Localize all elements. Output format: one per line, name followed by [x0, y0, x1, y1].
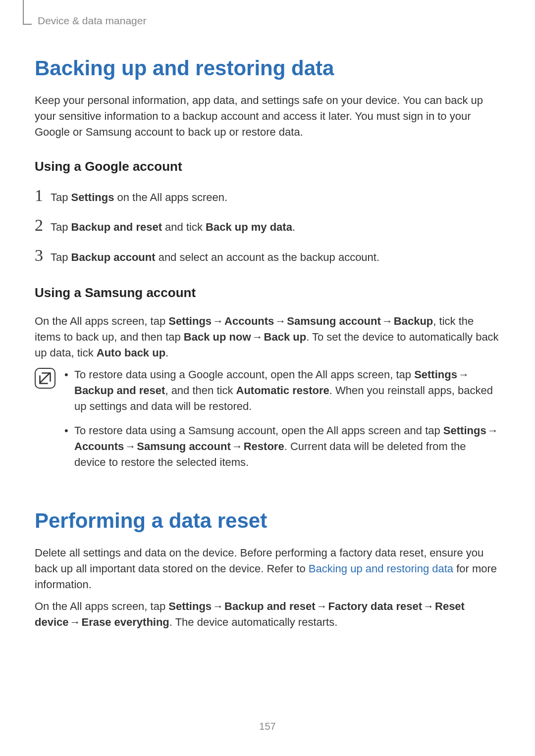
link-backup-restore[interactable]: Backing up and restoring data — [309, 562, 453, 575]
note-block: To restore data using a Google account, … — [35, 367, 500, 479]
text-fragment: On the All apps screen, tap — [35, 315, 168, 327]
note-icon-wrap — [35, 367, 63, 479]
arrow-icon: → — [252, 329, 263, 345]
page-number: 157 — [0, 721, 535, 732]
bold-text: Backup and reset — [74, 384, 165, 397]
bold-text: Settings — [168, 315, 212, 327]
section-title-reset: Performing a data reset — [35, 509, 500, 533]
step-1: 1 Tap Settings on the All apps screen. — [35, 187, 500, 205]
bold-text: Back up my data — [206, 221, 292, 233]
text-fragment: and tick — [162, 221, 206, 233]
bold-text: Backup and reset — [224, 600, 315, 612]
text-fragment: . — [165, 347, 168, 359]
google-steps-list: 1 Tap Settings on the All apps screen. 2… — [35, 187, 500, 265]
text-fragment: Tap — [51, 191, 71, 203]
bold-text: Settings — [168, 600, 212, 612]
arrow-icon: → — [125, 439, 136, 454]
note-icon — [35, 368, 55, 389]
bold-text: Erase everything — [82, 616, 169, 628]
step-number: 2 — [35, 217, 51, 234]
bold-text: Samsung account — [287, 315, 380, 327]
text-fragment: Tap — [51, 221, 71, 233]
arrow-icon: → — [275, 313, 286, 329]
arrow-icon: → — [382, 313, 393, 329]
subsection-title-google: Using a Google account — [35, 159, 500, 174]
bold-text: Backup — [394, 315, 433, 327]
bold-text: Backup and reset — [71, 221, 162, 233]
note-item-samsung-restore: To restore data using a Samsung account,… — [63, 423, 500, 470]
intro-paragraph: Keep your personal information, app data… — [35, 93, 500, 140]
arrow-icon: → — [458, 367, 469, 383]
section-title-backup: Backing up and restoring data — [35, 56, 500, 80]
bold-text: Accounts — [74, 440, 124, 453]
step-text: Tap Backup account and select an account… — [51, 250, 379, 265]
text-fragment: . — [292, 221, 295, 233]
bold-text: Settings — [71, 191, 114, 203]
arrow-icon: → — [316, 599, 327, 614]
text-fragment: on the All apps screen. — [114, 191, 227, 203]
step-2: 2 Tap Backup and reset and tick Back up … — [35, 217, 500, 235]
breadcrumb: Device & data manager — [38, 15, 500, 27]
bold-text: Settings — [443, 424, 486, 437]
text-fragment: Tap — [51, 251, 71, 263]
bold-text: Restore — [244, 440, 284, 453]
bold-text: Accounts — [224, 315, 274, 327]
text-fragment: , and then tick — [165, 384, 236, 397]
arrow-icon: → — [70, 614, 81, 630]
arrow-icon: → — [423, 599, 434, 614]
arrow-icon: → — [487, 423, 498, 439]
text-fragment: . The device automatically restarts. — [169, 616, 338, 628]
bold-text: Backup account — [71, 251, 156, 263]
header-border-decoration — [23, 0, 32, 25]
text-fragment: On the All apps screen, tap — [35, 600, 168, 612]
subsection-title-samsung: Using a Samsung account — [35, 285, 500, 301]
note-list: To restore data using a Google account, … — [63, 367, 500, 479]
text-fragment: To restore data using a Google account, … — [74, 368, 414, 381]
page-content: Device & data manager Backing up and res… — [0, 0, 535, 656]
step-number: 1 — [35, 187, 51, 204]
step-number: 3 — [35, 247, 51, 264]
step-text: Tap Backup and reset and tick Back up my… — [51, 220, 295, 235]
bold-text: Back up now — [184, 331, 251, 343]
text-fragment: To restore data using a Samsung account,… — [74, 424, 443, 437]
bold-text: Auto back up — [97, 347, 165, 359]
text-fragment: and select an account as the backup acco… — [156, 251, 380, 263]
reset-paragraph-2: On the All apps screen, tap Settings → B… — [35, 599, 500, 630]
arrow-icon: → — [213, 313, 223, 329]
reset-paragraph-1: Delete all settings and data on the devi… — [35, 545, 500, 593]
step-3: 3 Tap Backup account and select an accou… — [35, 247, 500, 265]
bold-text: Automatic restore — [236, 384, 329, 397]
arrow-icon: → — [213, 599, 223, 614]
bold-text: Factory data reset — [328, 600, 422, 612]
note-item-google-restore: To restore data using a Google account, … — [63, 367, 500, 414]
arrow-icon: → — [232, 439, 243, 454]
samsung-paragraph: On the All apps screen, tap Settings → A… — [35, 313, 500, 361]
bold-text: Samsung account — [137, 440, 230, 453]
bold-text: Settings — [414, 368, 457, 381]
step-text: Tap Settings on the All apps screen. — [51, 190, 227, 205]
bold-text: Back up — [264, 331, 307, 343]
